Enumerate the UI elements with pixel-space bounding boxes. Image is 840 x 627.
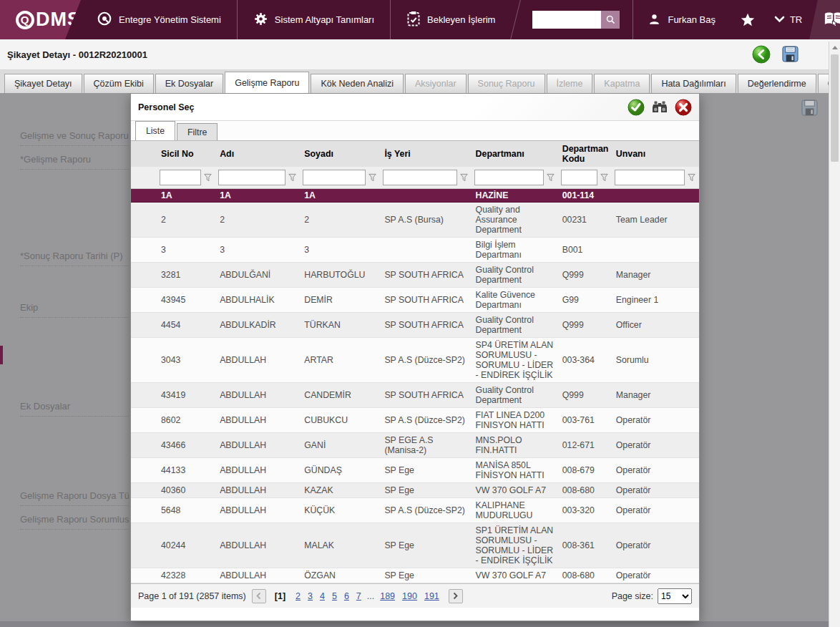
table-row[interactable]: 1A1A1AHAZİNE001-114	[131, 189, 699, 203]
scrollbar-thumb[interactable]	[831, 54, 839, 162]
binoculars-search-icon[interactable]	[651, 99, 668, 116]
table-cell: 008-679	[558, 458, 612, 483]
indent-cell	[131, 568, 157, 583]
filter-funnel-icon[interactable]	[687, 172, 696, 183]
indent-cell	[131, 498, 157, 523]
indent-cell	[131, 203, 157, 238]
filter-funnel-icon[interactable]	[546, 172, 555, 183]
pager-page-189[interactable]: 189	[380, 591, 395, 601]
main-tab-bar: Şikayet DetayıÇözüm EkibiEk DosyalarGeli…	[0, 70, 829, 93]
indent-cell	[131, 383, 157, 408]
table-row[interactable]: 40244ABDULLAHMALAKSP EgeSP1 ÜRETİM ALAN …	[131, 523, 699, 568]
table-cell: 43466	[157, 433, 215, 458]
filter-input-unvan[interactable]	[615, 170, 685, 185]
filter-input-soyad[interactable]	[303, 170, 366, 185]
content-area: Gelişme ve Sonuç Raporu Aynı Olsu*Gelişm…	[0, 93, 840, 627]
table-row[interactable]: 3043ABDULLAHARTARSP A.S (Düzce-SP2)SP4 Ü…	[131, 338, 699, 383]
tab-de-erlendirme[interactable]: Değerlendirme	[738, 74, 816, 93]
table-cell: GÜNDAŞ	[300, 458, 380, 483]
table-cell: SP A.S (Bursa)	[380, 203, 471, 238]
pager-next-button[interactable]	[449, 589, 463, 603]
column-header-departman-kodu[interactable]: Departman Kodu	[558, 141, 612, 167]
tab-hata-da-l-mlar[interactable]: Hata Dağılımları	[651, 74, 736, 93]
table-row[interactable]: 333Bilgi İşlem DepartmanıB001	[131, 238, 699, 263]
tab-ikayet-detay[interactable]: Şikayet Detayı	[4, 74, 82, 93]
table-row[interactable]: 40360ABDULLAHKAZAKSP EgeVW 370 GOLF A700…	[131, 483, 699, 498]
pager-page-191[interactable]: 191	[424, 591, 439, 601]
table-row[interactable]: 42328ABDULLAHÖZGANSP EgeVW 370 GOLF A700…	[131, 568, 699, 583]
language-code: TR	[790, 14, 802, 25]
filter-funnel-icon[interactable]	[600, 172, 609, 183]
dialog-header: Personel Seç	[131, 94, 699, 121]
pagination-summary: Page 1 of 191 (2857 items)	[138, 591, 246, 601]
table-cell: ÖZGAN	[300, 568, 380, 583]
vertical-scrollbar[interactable]	[829, 42, 840, 627]
tab-liste[interactable]: Liste	[135, 121, 175, 140]
table-cell: CANDEMİR	[300, 383, 380, 408]
table-row[interactable]: 43419ABDULLAHCANDEMİRSP SOUTH AFRICAGual…	[131, 383, 699, 408]
search-input[interactable]	[532, 11, 601, 29]
tab-k-k-neden-analizi[interactable]: Kök Neden Analizi	[311, 74, 403, 93]
table-row[interactable]: 43466ABDULLAHGANİSP EGE A.S (Manisa-2)MN…	[131, 433, 699, 458]
nav-item-entegre-yonetim-sistemi[interactable]: Entegre Yönetim Sistemi	[81, 0, 238, 39]
filter-input-ad[interactable]	[218, 170, 285, 185]
table-row[interactable]: 43945ABDULHALİKDEMİRSP SOUTH AFRICAKalit…	[131, 288, 699, 313]
search-icon[interactable]	[601, 11, 620, 29]
pager-page-3[interactable]: 3	[308, 591, 313, 601]
column-header-soyad[interactable]: Soyadı	[300, 141, 380, 167]
table-cell: KALIPHANE MUDURLUGU	[472, 498, 558, 523]
column-header-ad[interactable]: Adı	[215, 141, 300, 167]
page-size-select[interactable]: 15	[658, 588, 692, 604]
pager-page-4[interactable]: 4	[320, 591, 325, 601]
back-button[interactable]	[752, 45, 771, 64]
filter-funnel-icon[interactable]	[203, 172, 213, 183]
nav-item-sistem-altyapi-tanimlari[interactable]: Sistem Altyapı Tanımları	[238, 0, 391, 39]
filter-input-departman[interactable]	[474, 170, 544, 185]
language-selector[interactable]: TR	[766, 14, 811, 25]
table-cell: Q999	[558, 313, 612, 338]
confirm-check-icon[interactable]	[627, 99, 645, 116]
nav-item-bekleyen-islerim[interactable]: Bekleyen İşlerim	[391, 0, 511, 39]
qdms-logo[interactable]: Q DMS	[0, 0, 81, 39]
filter-funnel-icon[interactable]	[288, 172, 297, 183]
pager-prev-button[interactable]	[252, 589, 266, 603]
column-header-departman[interactable]: Departmanı	[472, 141, 558, 167]
save-icon[interactable]	[781, 45, 800, 64]
tab-filtre[interactable]: Filtre	[177, 123, 218, 140]
table-cell: HAZİNE	[472, 189, 558, 203]
table-cell: 3	[215, 238, 300, 263]
column-header-i-yeri[interactable]: İş Yeri	[380, 141, 471, 167]
table-cell: SP4 ÜRETİM ALAN SORUMLUSU - SORUMLU - Lİ…	[472, 338, 558, 383]
chevron-down-icon	[774, 14, 785, 25]
table-row[interactable]: 222SP A.S (Bursa)Quality and Assurance D…	[131, 203, 699, 238]
filter-input-i-yeri[interactable]	[383, 170, 456, 185]
table-row[interactable]: 3281ABDULĞANİHARBUTOĞLUSP SOUTH AFRICAGu…	[131, 263, 699, 288]
scrollbar-up-arrow-icon[interactable]	[829, 42, 840, 53]
help-book-button[interactable]	[809, 0, 840, 39]
table-cell: B001	[558, 238, 612, 263]
tab-ek-dosyalar[interactable]: Ek Dosyalar	[155, 74, 223, 93]
user-menu[interactable]: Furkan Baş	[633, 0, 729, 39]
pager-page-190[interactable]: 190	[402, 591, 417, 601]
table-row[interactable]: 4454ABDULKADİRTÜRKANSP SOUTH AFRICAGuali…	[131, 313, 699, 338]
table-cell: VW 370 GOLF A7	[472, 483, 558, 498]
filter-input-sicil-no[interactable]	[160, 170, 201, 185]
top-navbar: Q DMS Entegre Yönetim Sistemi Sistem Alt…	[0, 0, 840, 39]
table-row[interactable]: 8602ABDULLAHCUBUKCUSP A.S (Düzce-SP2)FIA…	[131, 408, 699, 433]
filter-funnel-icon[interactable]	[368, 172, 377, 183]
favorites-star-icon[interactable]	[730, 0, 766, 39]
filter-input-departman-kodu[interactable]	[561, 170, 597, 185]
pager-page-5[interactable]: 5	[332, 591, 337, 601]
column-header-sicil-no[interactable]: Sicil No	[157, 141, 215, 167]
table-row[interactable]: 44133ABDULLAHGÜNDAŞSP EgeMANİSA 850L FİN…	[131, 458, 699, 483]
column-header-unvan[interactable]: Unvanı	[612, 141, 699, 167]
pager-page-6[interactable]: 6	[344, 591, 349, 601]
tab-geli-me-raporu[interactable]: Gelişme Raporu	[225, 72, 309, 93]
tab-z-m-ekibi[interactable]: Çözüm Ekibi	[84, 74, 154, 93]
table-row[interactable]: 5648ABDULLAHKÜÇÜKSP A.S (Düzce-SP2)KALIP…	[131, 498, 699, 523]
table-cell: SP Ege	[380, 568, 471, 583]
filter-funnel-icon[interactable]	[459, 172, 469, 183]
close-icon[interactable]	[675, 99, 692, 116]
pager-page-2[interactable]: 2	[296, 591, 301, 601]
pager-page-7[interactable]: 7	[356, 591, 361, 601]
